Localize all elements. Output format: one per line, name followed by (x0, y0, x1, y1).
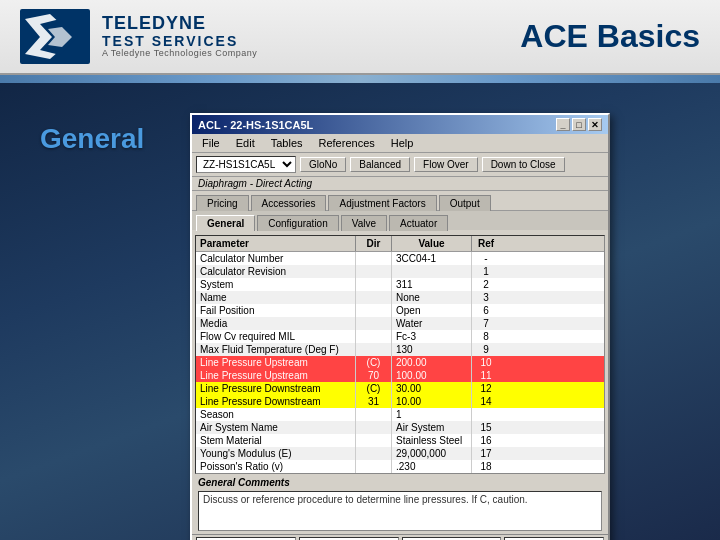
cell-ref: - (472, 252, 500, 265)
cell-value (392, 265, 472, 278)
table-row: Name None 3 (196, 291, 604, 304)
balanced-button[interactable]: Balanced (350, 157, 410, 172)
table-row: Max Fluid Temperature (Deg F) 130 9 (196, 343, 604, 356)
maximize-button[interactable]: □ (572, 118, 586, 131)
cell-value: 10.00 (392, 395, 472, 408)
table-row: Stem Material Stainless Steel 16 (196, 434, 604, 447)
service-name: TEST SERVICES (102, 34, 257, 49)
cell-value: 29,000,000 (392, 447, 472, 460)
menu-edit[interactable]: Edit (230, 136, 261, 150)
cell-ref: 15 (472, 421, 500, 434)
cell-ref: 6 (472, 304, 500, 317)
calc-select[interactable]: ZZ-HS1S1CA5L (196, 156, 296, 173)
status-bar: Dir: C= 00V: /70 11206 ACT-200(V)= N/A (192, 534, 608, 540)
cell-value: 3CC04-1 (392, 252, 472, 265)
tab-general[interactable]: General (196, 215, 255, 231)
cell-dir (356, 460, 392, 473)
minimize-button[interactable]: _ (556, 118, 570, 131)
window-titlebar: ACL - 22-HS-1S1CA5L _ □ ✕ (192, 115, 608, 134)
table-row: Line Pressure Upstream 70 100.00 11 (196, 369, 604, 382)
cell-param: Stem Material (196, 434, 356, 447)
mode-label: Diaphragm - Direct Acting (192, 177, 608, 191)
cell-param: Flow Cv required MIL (196, 330, 356, 343)
cell-dir (356, 265, 392, 278)
tab-accessories[interactable]: Accessories (251, 195, 327, 211)
close-button[interactable]: ✕ (588, 118, 602, 131)
cell-dir (356, 330, 392, 343)
cell-dir (356, 447, 392, 460)
tab-pricing[interactable]: Pricing (196, 195, 249, 211)
cell-value: 130 (392, 343, 472, 356)
cell-ref: 18 (472, 460, 500, 473)
table-row: Line Pressure Downstream 31 10.00 14 (196, 395, 604, 408)
cell-param: Line Pressure Downstream (196, 382, 356, 395)
logo-text-area: TELEDYNE TEST SERVICES A Teledyne Techno… (102, 14, 257, 59)
cell-param: Air System Name (196, 421, 356, 434)
cell-ref: 8 (472, 330, 500, 343)
cell-ref: 11 (472, 369, 500, 382)
window-title: ACL - 22-HS-1S1CA5L (198, 119, 313, 131)
table-row: Calculator Revision 1 (196, 265, 604, 278)
menu-file[interactable]: File (196, 136, 226, 150)
cell-param: Line Pressure Upstream (196, 356, 356, 369)
cell-param: Max Fluid Temperature (Deg F) (196, 343, 356, 356)
cell-param: Fail Position (196, 304, 356, 317)
cell-value: Air System (392, 421, 472, 434)
cell-param: System (196, 278, 356, 291)
cell-ref: 17 (472, 447, 500, 460)
cell-dir (356, 343, 392, 356)
cell-dir (356, 304, 392, 317)
tab-valve[interactable]: Valve (341, 215, 387, 231)
teledyne-logo-icon (20, 9, 90, 64)
cell-value: .230 (392, 460, 472, 473)
tab-row1: Pricing Accessories Adjustment Factors O… (192, 191, 608, 210)
cell-param: Line Pressure Upstream (196, 369, 356, 382)
table-row: Air System Name Air System 15 (196, 421, 604, 434)
window-controls: _ □ ✕ (556, 118, 602, 131)
table-row: Season 1 (196, 408, 604, 421)
cell-dir: (C) (356, 382, 392, 395)
company-name: TELEDYNE (102, 14, 257, 34)
section-label: General (40, 123, 160, 155)
cell-ref: 9 (472, 343, 500, 356)
cell-dir: 31 (356, 395, 392, 408)
cell-ref: 2 (472, 278, 500, 291)
cell-param: Name (196, 291, 356, 304)
glono-button[interactable]: GloNo (300, 157, 346, 172)
cell-ref: 16 (472, 434, 500, 447)
logo-area: TELEDYNE TEST SERVICES A Teledyne Techno… (20, 9, 257, 64)
cell-dir: (C) (356, 356, 392, 369)
tab-adjustment-factors[interactable]: Adjustment Factors (328, 195, 436, 211)
cell-dir (356, 408, 392, 421)
down-to-close-button[interactable]: Down to Close (482, 157, 565, 172)
cell-value: Stainless Steel (392, 434, 472, 447)
page-title: ACE Basics (520, 18, 700, 55)
cell-value: None (392, 291, 472, 304)
col-dir: Dir (356, 236, 392, 251)
header: TELEDYNE TEST SERVICES A Teledyne Techno… (0, 0, 720, 75)
cell-value: Open (392, 304, 472, 317)
toolbar-row1: ZZ-HS1S1CA5L GloNo Balanced Flow Over Do… (192, 153, 608, 177)
cell-param: Media (196, 317, 356, 330)
table-header: Parameter Dir Value Ref (196, 236, 604, 252)
table-body: Calculator Number 3CC04-1 - Calculator R… (196, 252, 604, 473)
tagline: A Teledyne Technologies Company (102, 49, 257, 59)
cell-ref: 10 (472, 356, 500, 369)
tab-actuator[interactable]: Actuator (389, 215, 448, 231)
menu-tables[interactable]: Tables (265, 136, 309, 150)
tab-configuration[interactable]: Configuration (257, 215, 338, 231)
cell-ref: 12 (472, 382, 500, 395)
table-row: System 311 2 (196, 278, 604, 291)
col-value: Value (392, 236, 472, 251)
cell-value: 1 (392, 408, 472, 421)
comment-section: General Comments Discuss or reference pr… (195, 477, 605, 531)
table-row: Poisson's Ratio (v) .230 18 (196, 460, 604, 473)
app-window: ACL - 22-HS-1S1CA5L _ □ ✕ File Edit Tabl… (190, 113, 610, 540)
flow-over-button[interactable]: Flow Over (414, 157, 478, 172)
cell-dir (356, 434, 392, 447)
menu-help[interactable]: Help (385, 136, 420, 150)
cell-param: Calculator Number (196, 252, 356, 265)
tab-output[interactable]: Output (439, 195, 491, 211)
cell-param: Poisson's Ratio (v) (196, 460, 356, 473)
menu-references[interactable]: References (313, 136, 381, 150)
